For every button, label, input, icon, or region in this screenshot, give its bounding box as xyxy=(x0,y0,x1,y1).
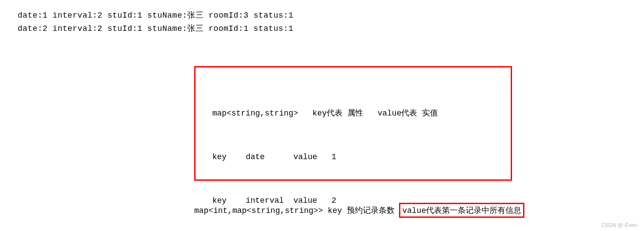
console-output: date:1 interval:2 stuId:1 stuName:张三 roo… xyxy=(0,0,644,35)
output-line-1: date:1 interval:2 stuId:1 stuName:张三 roo… xyxy=(18,9,644,22)
bottom-prefix: map<int,map<string,string>> key 预约记录条数 xyxy=(194,206,399,215)
output-line-2: date:2 interval:2 stuId:1 stuName:张三 roo… xyxy=(18,22,644,35)
bottom-annotation: map<int,map<string,string>> key 预约记录条数 v… xyxy=(194,203,524,218)
table-row: key date value 1 xyxy=(212,150,511,164)
annotation-header: map<string,string> key代表 属性 value代表 实值 xyxy=(212,106,511,121)
annotation-box-value: value代表第一条记录中所有信息 xyxy=(399,203,524,218)
watermark: CSDN @-Even- xyxy=(601,222,639,228)
annotation-box-main: map<string,string> key代表 属性 value代表 实值 k… xyxy=(194,66,512,181)
